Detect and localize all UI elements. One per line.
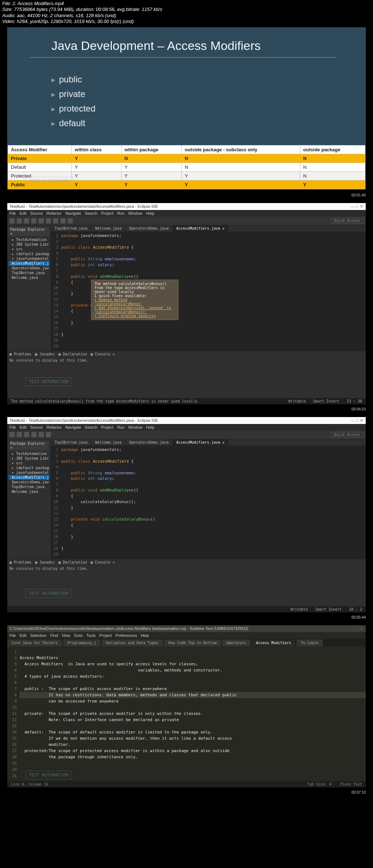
code-line[interactable]: 13 bbox=[7, 723, 366, 729]
console-tab[interactable]: ▣ Javadoc bbox=[35, 560, 55, 564]
code-text[interactable]: public class AccessModifiers { bbox=[61, 245, 134, 250]
code-line[interactable]: 15 bbox=[51, 528, 366, 534]
menu-item[interactable]: Window bbox=[128, 425, 142, 429]
toolbar-icon[interactable] bbox=[31, 218, 36, 223]
editor-tabs[interactable]: Top2Bottom.javaWelcome.javaOperatorsDemo… bbox=[51, 439, 366, 445]
tree-item[interactable]: Top2Bottom.java bbox=[9, 484, 49, 489]
code-text[interactable]: 4 types of java access modifiers: bbox=[20, 673, 104, 680]
code-line[interactable]: 17 protected:The scope of protected acce… bbox=[7, 748, 366, 754]
quick-access[interactable]: Quick Access bbox=[331, 432, 364, 437]
explorer-header[interactable]: Package Explorer ✕ bbox=[9, 441, 49, 450]
code-line[interactable]: 4 bbox=[51, 464, 366, 470]
code-line[interactable]: 13 private void calculateSalaryBonus() bbox=[51, 517, 366, 522]
code-text[interactable]: default: The scope of default access mod… bbox=[20, 729, 213, 735]
status-line-col[interactable]: Line 8, Column 19 bbox=[11, 782, 48, 786]
code-line[interactable]: 18 the package through inheritance only. bbox=[7, 754, 366, 760]
tree-item[interactable]: ▾ src bbox=[9, 247, 49, 252]
menu-item[interactable]: Project bbox=[101, 425, 113, 429]
code-line[interactable]: 5 4 types of java access modifiers: bbox=[7, 673, 366, 680]
code-line[interactable]: 11 private: The scope of private access … bbox=[7, 711, 366, 717]
code-editor[interactable]: 1package javafundamentals;23public class… bbox=[51, 445, 366, 559]
code-line[interactable]: 12 Note: Class or Interface cannot be de… bbox=[7, 717, 366, 723]
code-line[interactable]: 8 public void addNewEmployee() bbox=[51, 487, 366, 493]
code-line[interactable]: 2 bbox=[51, 453, 366, 459]
editor-tab[interactable]: Programming.j bbox=[63, 639, 101, 646]
editor-tab[interactable]: To Learn bbox=[297, 639, 323, 646]
menu-item[interactable]: Edit bbox=[20, 633, 27, 638]
menu-item[interactable]: Edit bbox=[20, 425, 27, 429]
tree-item[interactable]: AccessModifiers.java bbox=[9, 475, 49, 480]
status-tabsize[interactable]: Tab Size: 4 bbox=[307, 782, 331, 786]
code-line[interactable]: 9 { bbox=[51, 493, 366, 499]
code-text[interactable]: public void addNewEmployee() bbox=[61, 487, 138, 493]
editor-tabs[interactable]: Top2Bottom.javaWelcome.javaOperatorsDemo… bbox=[51, 225, 366, 231]
console-tab[interactable]: ▣ Declaration bbox=[58, 560, 87, 564]
console-panel[interactable]: ▣ Problems▣ Javadoc▣ Declaration▣ Consol… bbox=[7, 559, 366, 606]
code-line[interactable]: 8 public void addNewEmployee() bbox=[51, 274, 366, 280]
code-line[interactable]: 2 bbox=[51, 239, 366, 245]
menubar[interactable]: FileEditSelectionFindViewGotoToolsProjec… bbox=[7, 632, 366, 639]
window-controls[interactable]: —□✕ bbox=[350, 418, 364, 423]
quickfix-link[interactable]: • Remove method 'calculateSalaryBonus' bbox=[94, 298, 175, 306]
quickfix-link[interactable]: • Add @SuppressWarnings 'unused' to 'cal… bbox=[94, 306, 175, 314]
code-line[interactable]: 10 bbox=[7, 704, 366, 711]
code-text[interactable]: public String employeename; bbox=[61, 470, 136, 476]
editor-tab[interactable]: Welcome.java bbox=[91, 439, 125, 445]
code-text[interactable]: } bbox=[61, 320, 73, 326]
window-titlebar[interactable]: TestAuto - TestAutomation/src/javafundam… bbox=[7, 203, 366, 210]
code-text[interactable]: package javafundamentals; bbox=[61, 447, 122, 453]
status-syntax[interactable]: Plain Text bbox=[340, 782, 362, 786]
menu-item[interactable]: Window bbox=[128, 211, 142, 215]
menu-item[interactable]: View bbox=[62, 633, 70, 638]
code-text[interactable]: public int salary; bbox=[61, 476, 114, 482]
code-line[interactable]: 19 bbox=[7, 760, 366, 766]
editor-tabs[interactable]: Core Java for TestersProgramming.jVariab… bbox=[7, 639, 366, 646]
menu-item[interactable]: Refactor bbox=[47, 211, 62, 215]
tree-item[interactable]: ▸ TestAutomation bbox=[9, 451, 49, 456]
tree-item[interactable]: ▸ TestAutomation bbox=[9, 237, 49, 242]
menu-item[interactable]: Help bbox=[141, 633, 149, 638]
toolbar-icon[interactable] bbox=[46, 218, 51, 223]
code-line[interactable]: 3 Access Modifiers in Java are used to s… bbox=[7, 661, 366, 667]
window-titlebar[interactable]: TestAuto - TestAutomation/src/javafundam… bbox=[7, 417, 366, 424]
code-text[interactable]: package javafundamentals; bbox=[61, 233, 122, 239]
toolbar[interactable]: Quick Access bbox=[7, 431, 366, 439]
window-controls[interactable]: —□✕ bbox=[350, 204, 364, 209]
code-line[interactable]: 14 default: The scope of default access … bbox=[7, 729, 366, 735]
editor-tab[interactable]: Top2Bottom.java bbox=[51, 439, 91, 445]
code-line[interactable]: 14 { bbox=[51, 522, 366, 528]
code-line[interactable]: 10 calculateSalaryBonus(); bbox=[51, 499, 366, 505]
console-tab[interactable]: ▣ Problems bbox=[9, 560, 31, 564]
code-line[interactable]: 16 } bbox=[51, 320, 366, 326]
menubar[interactable]: FileEditSourceRefactorNavigateSearchProj… bbox=[7, 210, 366, 217]
code-text[interactable]: calculateSalaryBonus(); bbox=[61, 499, 136, 505]
console-tab[interactable]: ▣ Console ✕ bbox=[91, 560, 115, 564]
tree-item[interactable]: ▾ src bbox=[9, 461, 49, 466]
code-text[interactable]: private void calculateSalaryBonus() bbox=[61, 517, 155, 522]
tree-item[interactable]: Welcome.java bbox=[9, 275, 49, 280]
code-line[interactable]: 12 bbox=[51, 511, 366, 517]
code-line[interactable]: 7 public : The scope of public access mo… bbox=[7, 686, 366, 692]
toolbar-icon[interactable] bbox=[31, 432, 36, 437]
code-line[interactable]: 16 modifier. bbox=[7, 742, 366, 748]
code-line[interactable]: 5 public String employeename; bbox=[51, 256, 366, 262]
warning-tooltip[interactable]: The method calculateSalaryBonus() from t… bbox=[91, 280, 178, 320]
code-line[interactable]: 17 bbox=[51, 540, 366, 546]
code-text[interactable]: protected:The scope of protected access … bbox=[20, 748, 229, 754]
code-line[interactable]: 7 bbox=[51, 482, 366, 487]
code-text[interactable]: Access Modifiers bbox=[20, 655, 58, 661]
code-text[interactable]: can be accessed from anywhere bbox=[20, 698, 119, 704]
code-text[interactable]: } bbox=[61, 332, 64, 338]
toolbar-icon[interactable] bbox=[39, 432, 44, 437]
editor-tab[interactable]: Top2Bottom.java bbox=[51, 225, 91, 231]
menu-item[interactable]: Source bbox=[30, 425, 43, 429]
code-line[interactable]: 9 can be accessed from anywhere bbox=[7, 698, 366, 704]
code-line[interactable]: 6 public int salary; bbox=[51, 476, 366, 482]
tree-item[interactable]: ▸ JRE System Library [JavaSE-1.8] bbox=[9, 242, 49, 247]
code-line[interactable]: 6 bbox=[7, 680, 366, 686]
code-line[interactable]: 15 If we do not mention any access modif… bbox=[7, 735, 366, 742]
code-line[interactable]: 5 public String employeename; bbox=[51, 470, 366, 476]
menu-item[interactable]: Help bbox=[146, 425, 154, 429]
tree-item[interactable]: ▸ (default package) bbox=[9, 466, 49, 470]
menu-item[interactable]: Preferences bbox=[115, 633, 137, 638]
